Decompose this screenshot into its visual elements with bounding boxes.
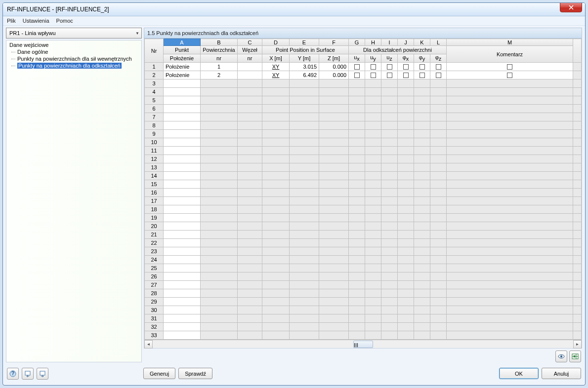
cell-empty[interactable]: [319, 222, 349, 231]
cell-empty[interactable]: [319, 96, 349, 105]
cell-empty[interactable]: [365, 163, 381, 172]
cell-empty[interactable]: [447, 306, 573, 314]
cell-empty[interactable]: [164, 147, 201, 155]
row-number[interactable]: 1: [145, 63, 164, 71]
cell-empty[interactable]: [365, 281, 381, 289]
cell-empty[interactable]: [430, 130, 447, 138]
cell-empty[interactable]: [262, 79, 290, 88]
col-polozenie-header[interactable]: Położenie: [164, 54, 201, 63]
cell-empty[interactable]: [398, 96, 414, 105]
cell-empty[interactable]: [365, 314, 381, 323]
cell-empty[interactable]: [164, 189, 201, 197]
cell-empty[interactable]: [430, 205, 447, 214]
cell-empty[interactable]: [238, 138, 262, 147]
cell-empty[interactable]: [447, 96, 573, 105]
cell-empty[interactable]: [398, 121, 414, 130]
cell-empty[interactable]: [349, 281, 365, 289]
table-row[interactable]: 31: [145, 314, 582, 323]
cell-empty[interactable]: [319, 239, 349, 247]
cell-empty[interactable]: [238, 281, 262, 289]
cell-empty[interactable]: [262, 239, 290, 247]
cell-empty[interactable]: [414, 289, 430, 298]
cell-empty[interactable]: [398, 147, 414, 155]
cell-empty[interactable]: [398, 231, 414, 239]
cell-empty[interactable]: [164, 289, 201, 298]
cell-empty[interactable]: [319, 205, 349, 214]
menu-help[interactable]: Pomoc: [56, 18, 73, 24]
cell-phiz[interactable]: [430, 63, 447, 71]
cell-empty[interactable]: [290, 147, 319, 155]
cell-empty[interactable]: [238, 113, 262, 121]
row-number[interactable]: 26: [145, 272, 164, 281]
cell-empty[interactable]: [238, 314, 262, 323]
cell-empty[interactable]: [398, 113, 414, 121]
cell-empty[interactable]: [164, 281, 201, 289]
cell-empty[interactable]: [238, 264, 262, 272]
table-row[interactable]: 8: [145, 121, 582, 130]
cell-empty[interactable]: [381, 264, 398, 272]
cell-empty[interactable]: [164, 172, 201, 180]
row-number[interactable]: 11: [145, 147, 164, 155]
cell-empty[interactable]: [290, 105, 319, 113]
cell-empty[interactable]: [349, 96, 365, 105]
cell-empty[interactable]: [430, 231, 447, 239]
row-number[interactable]: 5: [145, 96, 164, 105]
checkbox-icon[interactable]: [403, 73, 409, 78]
cell-empty[interactable]: [430, 147, 447, 155]
table-row[interactable]: 25: [145, 264, 582, 272]
cell-empty[interactable]: [201, 138, 238, 147]
table-row[interactable]: 12: [145, 155, 582, 163]
cell-empty[interactable]: [349, 222, 365, 231]
checkbox-icon[interactable]: [387, 73, 392, 78]
cell-empty[interactable]: [201, 155, 238, 163]
table-row[interactable]: 23: [145, 247, 582, 256]
col-uy-header[interactable]: uy: [365, 54, 381, 63]
cell-empty[interactable]: [238, 222, 262, 231]
cell-empty[interactable]: [365, 239, 381, 247]
cell-empty[interactable]: [290, 281, 319, 289]
cell-empty[interactable]: [414, 281, 430, 289]
checkbox-icon[interactable]: [371, 64, 376, 70]
table-row[interactable]: 24: [145, 256, 582, 264]
cell-y[interactable]: 0.000: [319, 63, 349, 71]
col-phix-header[interactable]: φx: [398, 54, 414, 63]
cell-empty[interactable]: [290, 180, 319, 189]
cell-empty[interactable]: [262, 113, 290, 121]
cell-empty[interactable]: [290, 323, 319, 331]
cell-empty[interactable]: [164, 180, 201, 189]
cell-empty[interactable]: [201, 239, 238, 247]
cell-empty[interactable]: [262, 231, 290, 239]
cell-uy[interactable]: [365, 71, 381, 79]
cell-empty[interactable]: [164, 314, 201, 323]
cell-empty[interactable]: [414, 272, 430, 281]
row-number[interactable]: 29: [145, 298, 164, 306]
cell-empty[interactable]: [381, 231, 398, 239]
cell-empty[interactable]: [319, 163, 349, 172]
cell-empty[interactable]: [430, 256, 447, 264]
check-button[interactable]: Sprawdź: [178, 368, 212, 379]
cell-empty[interactable]: [447, 231, 573, 239]
cell-uz[interactable]: [381, 71, 398, 79]
cell-empty[interactable]: [238, 189, 262, 197]
cell-empty[interactable]: [414, 239, 430, 247]
table-row[interactable]: 22: [145, 239, 582, 247]
cell-empty[interactable]: [201, 189, 238, 197]
cell-empty[interactable]: [430, 96, 447, 105]
col-comment-header[interactable]: Komentarz: [447, 46, 573, 63]
cell-empty[interactable]: [398, 222, 414, 231]
cell-empty[interactable]: [398, 155, 414, 163]
col-letter-header[interactable]: M: [447, 39, 573, 46]
data-grid[interactable]: NrABCDEFGHIJKLMPunktPowierzchniaWęzełPoi…: [144, 39, 582, 340]
cell-empty[interactable]: [201, 264, 238, 272]
cell-empty[interactable]: [365, 180, 381, 189]
cell-empty[interactable]: [262, 314, 290, 323]
table-row[interactable]: 21: [145, 231, 582, 239]
cell-empty[interactable]: [349, 113, 365, 121]
cell-empty[interactable]: [414, 331, 430, 340]
cell-empty[interactable]: [290, 256, 319, 264]
cell-empty[interactable]: [381, 163, 398, 172]
cell-empty[interactable]: [290, 189, 319, 197]
cell-empty[interactable]: [262, 289, 290, 298]
cell-empty[interactable]: [319, 231, 349, 239]
cell-empty[interactable]: [398, 214, 414, 222]
